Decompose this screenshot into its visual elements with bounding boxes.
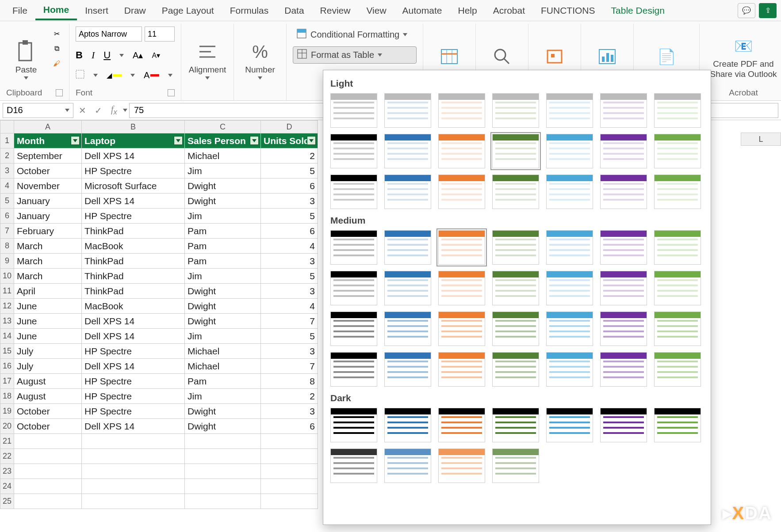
cell[interactable]: February — [14, 224, 82, 239]
cell[interactable] — [261, 464, 318, 479]
row-head[interactable]: 9 — [0, 254, 14, 269]
table-style-option[interactable] — [438, 448, 485, 483]
table-style-option[interactable] — [492, 312, 539, 346]
cell[interactable] — [14, 479, 82, 494]
row-head[interactable]: 3 — [0, 163, 14, 179]
cell[interactable]: 6 — [261, 419, 318, 434]
table-style-option[interactable] — [492, 408, 539, 442]
row-head[interactable]: 1 — [0, 133, 14, 148]
cell[interactable]: October — [14, 163, 82, 179]
cell[interactable]: HP Spectre — [82, 389, 185, 404]
col-head-D[interactable]: D — [261, 120, 318, 133]
cell[interactable]: June — [14, 329, 82, 344]
table-style-option[interactable] — [330, 175, 377, 209]
cell[interactable]: MacBook — [82, 239, 185, 254]
table-style-option[interactable] — [492, 352, 539, 387]
conditional-formatting-button[interactable]: Conditional Formatting — [293, 27, 417, 43]
chevron-down-icon[interactable] — [168, 74, 172, 77]
cell[interactable]: 4 — [261, 299, 318, 314]
cell[interactable]: Microsoft Surface — [82, 179, 185, 194]
table-style-option[interactable] — [384, 230, 431, 265]
cut-button[interactable]: ✂ — [50, 28, 63, 39]
cell[interactable]: Jim — [185, 389, 261, 404]
tab-tabledesign[interactable]: Table Design — [603, 2, 673, 19]
cell[interactable]: June — [14, 314, 82, 329]
cell[interactable] — [82, 479, 185, 494]
cell[interactable] — [261, 479, 318, 494]
table-header-cell[interactable]: Sales Person — [185, 133, 261, 148]
font-size-select[interactable] — [145, 27, 175, 42]
cell[interactable]: 3 — [261, 404, 318, 419]
tab-acrobat[interactable]: Acrobat — [485, 2, 533, 19]
number-button[interactable]: %Number — [240, 27, 280, 80]
table-header-cell[interactable]: Units Sold — [261, 133, 318, 148]
table-style-option[interactable] — [600, 230, 647, 265]
cell[interactable]: November — [14, 179, 82, 194]
row-head[interactable]: 12 — [0, 299, 14, 314]
cell[interactable]: April — [14, 284, 82, 299]
cell[interactable]: 5 — [261, 163, 318, 179]
cell[interactable]: October — [14, 419, 82, 434]
cell[interactable]: Dell XPS 14 — [82, 148, 185, 163]
table-style-option[interactable] — [654, 175, 701, 209]
cell[interactable]: 7 — [261, 359, 318, 374]
filter-button[interactable] — [174, 136, 183, 145]
table-style-option[interactable] — [600, 352, 647, 387]
cell[interactable] — [185, 464, 261, 479]
cell[interactable]: Dell XPS 14 — [82, 314, 185, 329]
row-head[interactable]: 15 — [0, 344, 14, 359]
table-style-option[interactable] — [546, 175, 593, 209]
cell[interactable] — [14, 464, 82, 479]
copy-button[interactable]: ⧉ — [50, 43, 63, 54]
alignment-button[interactable]: Alignment — [188, 27, 227, 80]
table-style-option[interactable] — [600, 134, 647, 168]
table-style-option[interactable] — [438, 352, 485, 387]
table-style-option[interactable] — [492, 448, 539, 483]
table-style-option[interactable] — [384, 408, 431, 442]
cell[interactable] — [185, 479, 261, 494]
table-style-option[interactable] — [654, 312, 701, 346]
cell[interactable]: September — [14, 148, 82, 163]
row-head[interactable]: 4 — [0, 179, 14, 194]
cell[interactable]: HP Spectre — [82, 209, 185, 224]
filter-button[interactable] — [71, 136, 80, 145]
row-head[interactable]: 2 — [0, 148, 14, 163]
cell[interactable]: Jim — [185, 209, 261, 224]
cell[interactable]: Jim — [185, 269, 261, 284]
cell[interactable] — [14, 449, 82, 464]
table-style-option[interactable] — [384, 134, 431, 168]
table-style-option[interactable] — [492, 93, 539, 128]
row-head[interactable]: 7 — [0, 224, 14, 239]
createshare-button[interactable]: 📧Create PDF and Share via Outlook — [706, 27, 781, 80]
cell[interactable]: Dwight — [185, 404, 261, 419]
cell[interactable]: 5 — [261, 329, 318, 344]
table-style-option[interactable] — [330, 93, 377, 128]
underline-button[interactable]: U — [103, 49, 111, 61]
table-style-option[interactable] — [384, 352, 431, 387]
table-style-option[interactable] — [600, 175, 647, 209]
comments-button[interactable]: 💬 — [738, 3, 755, 18]
tab-draw[interactable]: Draw — [116, 2, 154, 19]
cell[interactable]: ThinkPad — [82, 284, 185, 299]
cell[interactable] — [261, 434, 318, 449]
table-style-option[interactable] — [546, 93, 593, 128]
table-style-option[interactable] — [492, 271, 539, 305]
table-style-option[interactable] — [330, 312, 377, 346]
cell[interactable] — [82, 494, 185, 509]
bold-button[interactable]: B — [76, 49, 83, 61]
shrink-font-button[interactable]: A▾ — [152, 51, 160, 60]
cell[interactable]: 2 — [261, 389, 318, 404]
cell[interactable]: Michael — [185, 148, 261, 163]
tab-functions[interactable]: FUNCTIONS — [533, 2, 603, 19]
cell[interactable]: MacBook — [82, 299, 185, 314]
cell[interactable] — [82, 434, 185, 449]
table-style-option[interactable] — [438, 175, 485, 209]
cell[interactable]: Dwight — [185, 284, 261, 299]
table-style-option[interactable] — [546, 312, 593, 346]
cell[interactable]: January — [14, 209, 82, 224]
table-style-option[interactable] — [438, 312, 485, 346]
share-button[interactable]: ⇪ — [759, 3, 777, 18]
row-head[interactable]: 24 — [0, 479, 14, 494]
table-style-option[interactable] — [330, 134, 377, 168]
fill-color-button[interactable]: ◢ — [107, 71, 122, 80]
